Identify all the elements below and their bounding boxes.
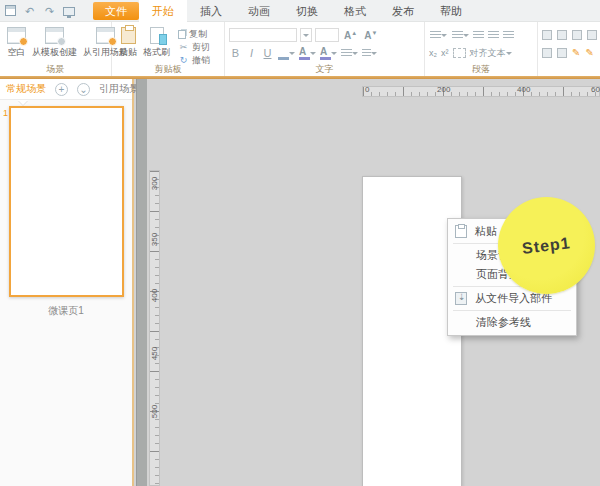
group-objects-icon[interactable] xyxy=(572,30,582,40)
save-icon[interactable] xyxy=(5,5,16,16)
font-family-dropdown[interactable] xyxy=(300,28,312,42)
button-label: 粘贴 xyxy=(119,46,137,59)
button-label: 从模板创建 xyxy=(32,46,77,59)
chevron-down-icon xyxy=(289,52,295,58)
group-label-text: 文字 xyxy=(225,63,424,76)
chevron-down-icon xyxy=(352,52,358,58)
format-painter-button[interactable]: 格式刷 xyxy=(140,26,173,60)
step-annotation-circle: Step1 xyxy=(498,197,595,294)
highlight-color-button[interactable]: A xyxy=(299,47,316,60)
button-label: 空白 xyxy=(8,46,26,59)
menu-item-label: 清除参考线 xyxy=(476,315,531,330)
horizontal-ruler: 0 200 400 600 xyxy=(362,86,600,97)
outline-icon[interactable] xyxy=(557,48,567,58)
ruler-label: 0 xyxy=(365,85,369,94)
tab-home[interactable]: 开始 xyxy=(139,0,187,22)
bold-button[interactable]: B xyxy=(229,47,242,59)
underline-style-button[interactable]: A xyxy=(278,47,295,60)
undo-icon[interactable]: ↶ xyxy=(23,5,36,17)
tab-help[interactable]: 帮助 xyxy=(427,0,475,22)
scene-more-icon[interactable]: ⌄ xyxy=(77,83,90,96)
vertical-ruler: 300 350 400 450 500 xyxy=(149,170,160,486)
align-center-icon[interactable] xyxy=(488,31,499,40)
highlight-color-swatch xyxy=(299,57,310,60)
text-box-icon[interactable] xyxy=(453,48,466,58)
decrease-font-button[interactable]: A▼ xyxy=(362,30,379,41)
paste-icon xyxy=(455,225,467,238)
char-spacing-button[interactable] xyxy=(362,49,377,58)
numbered-list-icon xyxy=(452,31,463,40)
preview-icon[interactable] xyxy=(63,7,75,16)
slide-thumbnail-label: 微课页1 xyxy=(0,304,132,318)
font-family-select[interactable] xyxy=(229,28,297,42)
add-scene-icon[interactable]: + xyxy=(55,83,68,96)
active-tab-notch xyxy=(18,100,28,110)
a-glyph: A xyxy=(320,47,331,56)
tab-regular-scenes[interactable]: 常规场景 xyxy=(6,82,46,96)
new-blank-scene-button[interactable]: 空白 xyxy=(4,26,29,60)
pencil-icon[interactable]: ✎ xyxy=(585,48,593,58)
group-label-scene: 场景 xyxy=(0,63,111,76)
font-color-button[interactable]: A xyxy=(320,47,337,60)
ruler-label: 400 xyxy=(517,85,530,94)
arrange-back-icon[interactable] xyxy=(557,30,567,40)
ribbon-group-paragraph: x₂ x² 对齐文本 段落 xyxy=(425,22,538,76)
redo-icon[interactable]: ↷ xyxy=(43,5,56,17)
ribbon-group-clipboard: 粘贴 格式刷 复制 ✂ 剪切 ↻ xyxy=(112,22,225,76)
slide-thumbnail[interactable] xyxy=(9,106,124,297)
button-label: 剪切 xyxy=(192,41,210,54)
increase-font-button[interactable]: A▲ xyxy=(342,30,359,41)
ribbon-group-arrange: ✎ ✎ xyxy=(538,22,600,76)
copy-icon xyxy=(178,30,186,39)
cut-button[interactable]: ✂ 剪切 xyxy=(178,41,210,53)
italic-button[interactable]: I xyxy=(245,47,258,59)
group-label-paragraph: 段落 xyxy=(425,63,537,76)
tab-publish[interactable]: 发布 xyxy=(379,0,427,22)
ribbon: 空白 从模板创建 从引用场景 场景 粘贴 xyxy=(0,22,600,76)
chevron-down-icon xyxy=(310,52,316,58)
tab-reference-scenes[interactable]: 引用场景 xyxy=(99,82,139,96)
align-left-icon[interactable] xyxy=(473,31,484,40)
rotate-icon[interactable] xyxy=(587,30,597,40)
align-text-button[interactable]: 对齐文本 xyxy=(470,47,512,60)
format-painter-icon xyxy=(150,27,164,44)
tab-insert[interactable]: 插入 xyxy=(187,0,235,22)
step-annotation-label: Step1 xyxy=(521,234,571,258)
line-spacing-button[interactable] xyxy=(341,49,358,58)
button-label: 格式刷 xyxy=(143,46,170,59)
sidebar-header: 常规场景 + ⌄ 引用场景 xyxy=(0,79,132,100)
slide-index: 1 xyxy=(3,108,8,118)
ribbon-group-text: A▲ A▼ B I U A A A 文字 xyxy=(225,22,425,76)
file-menu-button[interactable]: 文件 xyxy=(93,2,139,20)
ribbon-group-scene: 空白 从模板创建 从引用场景 场景 xyxy=(0,22,112,76)
copy-button[interactable]: 复制 xyxy=(178,28,210,40)
sidebar-splitter[interactable] xyxy=(136,79,147,486)
button-label: 对齐文本 xyxy=(470,47,506,60)
pen-icon[interactable]: ✎ xyxy=(572,48,580,58)
paste-button[interactable]: 粘贴 xyxy=(116,26,140,60)
numbered-list-button[interactable] xyxy=(452,31,469,40)
menu-item-clear-guides[interactable]: 清除参考线 xyxy=(448,313,576,332)
tab-format[interactable]: 格式 xyxy=(331,0,379,22)
subscript-button[interactable]: x₂ xyxy=(429,48,437,58)
underline-button[interactable]: U xyxy=(261,47,274,59)
align-right-icon[interactable] xyxy=(503,31,514,40)
font-size-select[interactable] xyxy=(315,28,339,42)
tab-transition[interactable]: 切换 xyxy=(283,0,331,22)
arrange-front-icon[interactable] xyxy=(542,30,552,40)
bullet-list-button[interactable] xyxy=(430,31,447,40)
new-from-template-button[interactable]: 从模板创建 xyxy=(29,26,80,60)
chevron-down-icon xyxy=(303,34,309,40)
app-window: ↶ ↷ 文件 开始 插入 动画 切换 格式 发布 帮助 空白 从模板创建 xyxy=(0,0,600,486)
scene-sidebar: 常规场景 + ⌄ 引用场景 1 微课页1 xyxy=(0,79,134,486)
tab-animation[interactable]: 动画 xyxy=(235,0,283,22)
editor-canvas[interactable]: 0 200 400 600 300 350 400 450 500 粘贴 场景背… xyxy=(147,79,600,486)
ribbon-accent-divider xyxy=(0,76,600,79)
superscript-button[interactable]: x² xyxy=(441,48,449,58)
ruler-label: 200 xyxy=(437,85,450,94)
menu-item-label: 粘贴 xyxy=(475,224,497,239)
ruler-label: 500 xyxy=(150,402,159,422)
ruler-label: 450 xyxy=(150,344,159,364)
group-label-clipboard: 剪贴板 xyxy=(112,63,224,76)
fill-icon[interactable] xyxy=(542,48,552,58)
